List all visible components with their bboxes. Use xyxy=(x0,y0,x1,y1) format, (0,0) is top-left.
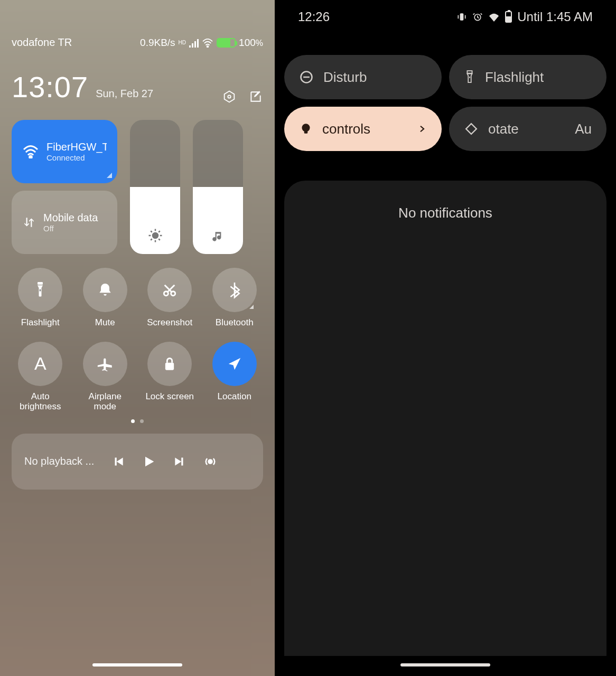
hd-indicator: HD xyxy=(179,41,186,45)
network-speed: 0.9KB/s xyxy=(140,37,175,49)
wifi-status: Connected xyxy=(46,153,107,162)
flashlight-icon xyxy=(464,69,475,85)
wifi-icon xyxy=(22,145,39,158)
mobile-data-label: Mobile data xyxy=(43,212,98,224)
gesture-bar[interactable] xyxy=(92,663,182,666)
gesture-bar[interactable] xyxy=(400,663,490,666)
media-output-icon[interactable] xyxy=(200,454,221,469)
brightness-icon xyxy=(147,228,163,243)
clock-row: 13:07 Sun, Feb 27 xyxy=(12,70,263,104)
rotate-label-1: otate xyxy=(488,121,519,137)
brightness-slider[interactable] xyxy=(130,120,180,254)
svg-line-11 xyxy=(151,239,152,240)
quick-settings-grid: Disturb Flashlight controls otate Au xyxy=(284,55,606,151)
auto-brightness-toggle[interactable]: A Auto brightness xyxy=(12,342,69,412)
bluetooth-toggle[interactable]: Bluetooth xyxy=(206,268,264,328)
status-bar: vodafone TR 0.9KB/s HD 100% xyxy=(12,0,263,53)
controls-label: controls xyxy=(322,121,370,137)
bluetooth-label: Bluetooth xyxy=(216,317,254,328)
svg-line-10 xyxy=(158,239,160,240)
svg-line-9 xyxy=(151,231,152,232)
mobile-data-tile[interactable]: Mobile data Off xyxy=(12,191,117,254)
music-icon xyxy=(211,230,225,243)
mute-toggle[interactable]: Mute xyxy=(77,268,134,328)
dnd-label: Disturb xyxy=(323,69,367,86)
flashlight-toggle[interactable]: Flashlight xyxy=(12,268,69,328)
home-controls-tile[interactable]: controls xyxy=(284,107,442,151)
settings-icon[interactable] xyxy=(222,89,237,104)
letter-a-icon: A xyxy=(34,353,46,374)
airplane-mode-toggle[interactable]: Airplane mode xyxy=(77,342,134,412)
media-play-icon[interactable] xyxy=(138,454,160,469)
svg-rect-14 xyxy=(40,289,41,292)
svg-point-25 xyxy=(302,124,310,132)
svg-line-12 xyxy=(158,231,160,232)
alarm-icon xyxy=(472,12,483,22)
location-label: Location xyxy=(218,391,251,402)
battery-until-text: Until 1:45 AM xyxy=(517,10,593,24)
flashlight-label: Flashlight xyxy=(21,317,60,328)
battery-icon xyxy=(505,11,512,23)
wifi-name: FiberHGW_TP xyxy=(46,141,107,153)
mute-label: Mute xyxy=(95,317,115,328)
battery-icon xyxy=(217,38,236,48)
svg-rect-13 xyxy=(38,282,43,285)
media-title: No playback ... xyxy=(24,455,98,467)
clock-date: Sun, Feb 27 xyxy=(96,88,153,100)
svg-rect-27 xyxy=(466,124,477,134)
clock-time: 12:26 xyxy=(298,10,330,24)
svg-marker-1 xyxy=(225,91,235,102)
bulb-icon xyxy=(299,122,313,136)
scissors-icon xyxy=(161,281,178,298)
flashlight-tile[interactable]: Flashlight xyxy=(449,55,606,99)
media-prev-icon[interactable] xyxy=(108,455,129,468)
dnd-icon xyxy=(299,70,314,84)
screenshot-label: Screenshot xyxy=(147,317,192,328)
airplane-label: Airplane mode xyxy=(77,391,134,412)
edit-icon[interactable] xyxy=(248,89,263,104)
lock-screen-toggle[interactable]: Lock screen xyxy=(141,342,199,412)
svg-point-3 xyxy=(30,156,32,158)
lock-icon xyxy=(162,355,177,372)
location-toggle[interactable]: Location xyxy=(206,342,264,412)
svg-rect-17 xyxy=(165,362,174,370)
screenshot-toggle[interactable]: Screenshot xyxy=(141,268,199,328)
svg-point-2 xyxy=(228,95,230,98)
auto-brightness-label: Auto brightness xyxy=(12,391,69,412)
svg-point-4 xyxy=(153,233,158,238)
svg-point-18 xyxy=(209,459,212,463)
pixel-quick-settings: 12:26 Until 1:45 AM Disturb Flashlight c… xyxy=(275,0,616,676)
mobile-data-icon xyxy=(22,214,36,230)
flashlight-label: Flashlight xyxy=(485,69,544,86)
miui-control-center: vodafone TR 0.9KB/s HD 100% 13:07 Sun, F… xyxy=(0,0,275,676)
dnd-tile[interactable]: Disturb xyxy=(284,55,442,99)
rotate-label-2: Au xyxy=(575,121,592,137)
auto-rotate-tile[interactable]: otate Au xyxy=(449,107,606,151)
wifi-status-icon xyxy=(202,38,213,48)
chevron-right-icon xyxy=(417,123,427,135)
airplane-icon xyxy=(96,355,114,373)
svg-rect-26 xyxy=(304,131,308,133)
lock-screen-label: Lock screen xyxy=(145,391,194,402)
svg-rect-23 xyxy=(467,71,472,73)
volume-slider[interactable] xyxy=(193,120,243,254)
expand-icon xyxy=(107,173,112,178)
media-next-icon[interactable] xyxy=(169,455,190,468)
carrier-label: vodafone TR xyxy=(12,36,72,49)
bluetooth-icon xyxy=(228,281,241,299)
battery-pct: 100% xyxy=(239,37,263,49)
flashlight-icon xyxy=(32,280,48,299)
bell-icon xyxy=(97,281,114,298)
media-panel[interactable]: No playback ... xyxy=(12,434,263,490)
clock-time: 13:07 xyxy=(12,70,88,104)
signal-icon xyxy=(189,38,199,48)
wifi-tile[interactable]: FiberHGW_TP Connected xyxy=(12,120,117,183)
vibrate-icon xyxy=(456,12,467,22)
wifi-icon xyxy=(488,12,500,22)
no-notifications-text: No notifications xyxy=(398,205,492,656)
mobile-data-status: Off xyxy=(43,224,98,233)
quick-settings-grid: Flashlight Mute Screenshot Bluetooth A A… xyxy=(12,268,263,412)
notification-panel[interactable]: No notifications xyxy=(284,181,606,656)
status-bar: 12:26 Until 1:45 AM xyxy=(284,0,606,34)
svg-rect-19 xyxy=(460,13,464,20)
